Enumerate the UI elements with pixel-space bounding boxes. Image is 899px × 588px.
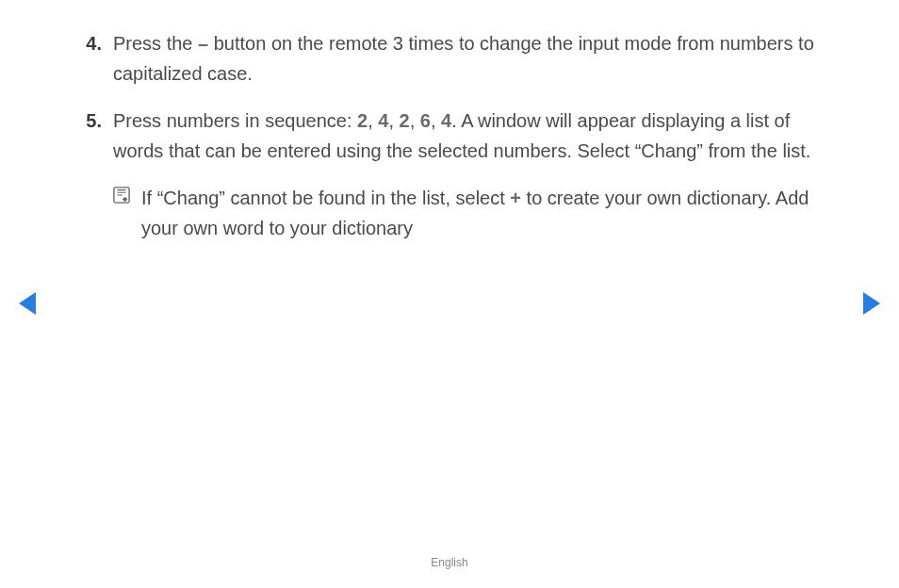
seq-num: 4 [441,110,451,131]
note-text: If “Chang” cannot be found in the list, … [141,183,824,243]
comma: , [388,110,399,131]
next-page-arrow[interactable] [863,292,880,315]
seq-num: 2 [357,110,368,131]
footer-language: English [0,556,899,569]
item-number-4: 4. [75,28,113,89]
note-item: If “Chang” cannot be found in the list, … [113,183,824,243]
text-segment: Press numbers in sequence: [113,110,357,131]
item-number-5: 5. [75,106,113,166]
item-text-4: Press the – button on the remote 3 times… [113,28,824,89]
note-icon [113,183,141,243]
list-item-4: 4. Press the – button on the remote 3 ti… [75,28,824,89]
text-segment: button on the remote 3 times to change t… [113,33,814,84]
seq-num: 2 [400,110,410,131]
list-item-5: 5. Press numbers in sequence: 2, 4, 2, 6… [75,106,824,166]
text-segment: If “Chang” cannot be found in the list, … [141,188,510,208]
text-segment: Press the [113,33,198,54]
content-area: 4. Press the – button on the remote 3 ti… [0,0,899,243]
comma: , [410,110,420,131]
plus-symbol: + [510,188,521,208]
seq-num: 4 [378,110,388,131]
seq-num: 6 [420,110,431,131]
minus-symbol: – [198,33,208,54]
prev-page-arrow[interactable] [19,292,36,315]
item-text-5: Press numbers in sequence: 2, 4, 2, 6, 4… [113,106,824,166]
comma: , [368,110,378,131]
comma: , [431,110,441,131]
